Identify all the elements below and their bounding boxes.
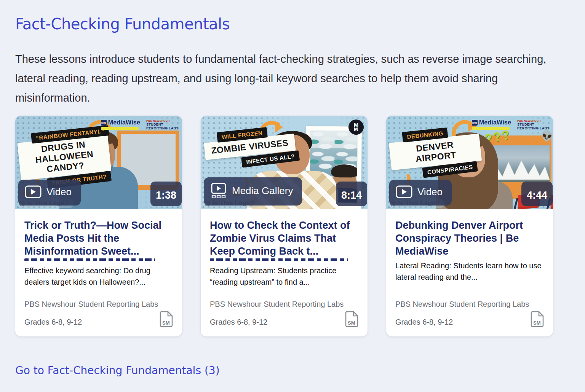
grade-range: Grades 6-8, 9-12 <box>395 316 453 328</box>
clipped-title-line <box>210 258 348 261</box>
card-title-link[interactable]: Debunking Denver Airport Conspiracy Theo… <box>395 219 544 258</box>
student-reporting-labs-logo: PBS NEWSHOUR STUDENT REPORTING LABS <box>517 119 550 130</box>
svg-text:SM: SM <box>533 320 541 326</box>
media-type-badge: Video <box>18 180 81 206</box>
support-materials-icon: SM <box>160 311 173 327</box>
card-body: Trick or Truth?—How Social Media Posts H… <box>15 209 182 336</box>
lesson-card[interactable]: “RAINBOW FENTANYL” DRUGS IN HALLOWEEN CA… <box>15 116 182 336</box>
support-materials-icon: SM <box>531 311 544 327</box>
grade-range: Grades 6-8, 9-12 <box>210 316 267 328</box>
mediawise-logo-icon: MW <box>472 120 478 126</box>
media-type-badge: Media Gallery <box>204 177 302 206</box>
lesson-card[interactable]: WILL FROZEN ZOMBIE VIRUSES INFECT US ALL… <box>201 116 368 336</box>
lesson-card-row: “RAINBOW FENTANYL” DRUGS IN HALLOWEEN CA… <box>15 116 570 336</box>
clipped-title-line <box>24 258 155 261</box>
media-type-label: Media Gallery <box>232 185 293 197</box>
thumbnail-title-badges: DEBUNKING DENVER AIRPORT CONSPIRACIES <box>389 128 486 177</box>
support-materials-icon: SM <box>345 311 358 327</box>
video-thumbnail[interactable]: ??? 👽 DEBUNKING DENVER AIRPORT CONSPIRAC… <box>386 116 553 209</box>
media-type-label: Video <box>46 186 72 198</box>
card-body: Debunking Denver Airport Conspiracy Theo… <box>386 209 553 336</box>
card-description: Reading Upstream: Students practice “rea… <box>210 265 358 288</box>
video-play-icon <box>396 185 412 198</box>
thumbnail-title-badges: “RAINBOW FENTANYL” DRUGS IN HALLOWEEN CA… <box>18 128 115 187</box>
media-type-label: Video <box>417 186 443 198</box>
lesson-card[interactable]: ??? 👽 DEBUNKING DENVER AIRPORT CONSPIRAC… <box>386 116 553 336</box>
svg-text:SM: SM <box>162 320 170 326</box>
card-source: PBS Newshour Student Reporting Labs <box>210 298 345 311</box>
thumbnail-logos: MW MediaWise PBS NEWSHOUR STUDENT REPORT… <box>101 119 179 130</box>
svg-text:SM: SM <box>348 320 355 326</box>
media-type-badge: Video <box>389 180 452 206</box>
video-thumbnail[interactable]: WILL FROZEN ZOMBIE VIRUSES INFECT US ALL… <box>201 116 368 209</box>
mediawise-logo: MW MediaWise <box>101 119 140 130</box>
mediawise-logo: MW MediaWise <box>472 119 511 130</box>
card-description: Effective keyword searching: Do drug dea… <box>24 265 173 288</box>
card-footer: Grades 6-8, 9-12 SM <box>24 311 173 328</box>
thumbnail-logos: MW MediaWise PBS NEWSHOUR STUDENT REPORT… <box>472 119 550 130</box>
video-play-icon <box>25 185 42 198</box>
card-footer: Grades 6-8, 9-12 SM <box>210 311 358 328</box>
student-reporting-labs-logo: PBS NEWSHOUR STUDENT REPORTING LABS <box>146 119 179 130</box>
mediawise-tagline-bar <box>472 127 510 130</box>
mediawise-logo-icon: MW <box>101 120 107 126</box>
duration-badge: 4:44 <box>521 182 553 206</box>
video-thumbnail[interactable]: “RAINBOW FENTANYL” DRUGS IN HALLOWEEN CA… <box>15 116 182 209</box>
card-body: How to Check the Context of Zombie Virus… <box>201 209 368 336</box>
media-gallery-icon <box>210 183 227 198</box>
card-title-link[interactable]: Trick or Truth?—How Social Media Posts H… <box>24 219 173 258</box>
card-footer: Grades 6-8, 9-12 SM <box>395 311 544 328</box>
duration-badge: 8:14 <box>336 182 367 206</box>
section-description: These lessons introduce students to fund… <box>15 49 570 108</box>
card-source: PBS Newshour Student Reporting Labs <box>395 298 531 311</box>
grade-range: Grades 6-8, 9-12 <box>24 316 82 328</box>
card-title-link[interactable]: How to Check the Context of Zombie Virus… <box>210 219 358 258</box>
page-title: Fact-Checking Fundamentals <box>15 15 570 33</box>
go-to-collection-link[interactable]: Go to Fact-Checking Fundamentals (3) <box>15 364 220 377</box>
mediawise-monogram-logo: M M <box>348 120 364 135</box>
card-description: Lateral Reading: Students learn how to u… <box>395 260 544 283</box>
duration-badge: 1:38 <box>150 182 182 206</box>
thumbnail-title-badges: WILL FROZEN ZOMBIE VIRUSES INFECT US ALL… <box>204 128 300 167</box>
card-source: PBS Newshour Student Reporting Labs <box>24 298 160 311</box>
mediawise-tagline-bar <box>101 127 139 130</box>
